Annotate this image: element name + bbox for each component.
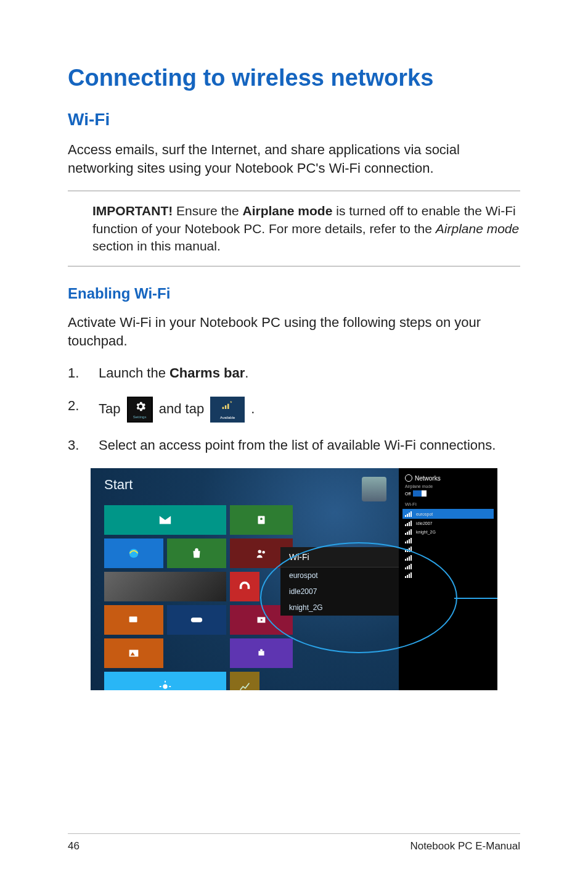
available-icon-label: Available [210, 415, 245, 420]
signal-bars-icon [405, 511, 412, 517]
wifi-ssid: eurospot [289, 571, 318, 580]
wifi-section-label: Wi-Fi [405, 501, 491, 507]
wifi-selection-screenshot: Start Wi-Fi eurospot [91, 468, 497, 690]
callout-frag: Ensure the [173, 204, 242, 218]
messaging-tile [104, 605, 163, 635]
doc-title: Notebook PC E-Manual [410, 840, 520, 852]
ie-tile [104, 538, 163, 568]
mail-tile [104, 505, 226, 535]
settings-icon-label: Settings [128, 415, 152, 419]
empty-tile [167, 638, 226, 668]
network-row [405, 553, 491, 562]
start-tiles [104, 505, 293, 690]
people-tile [230, 505, 293, 535]
signal-bars-icon [405, 546, 412, 552]
network-row [405, 571, 491, 579]
step-2: Tap Settings and tap * Available . [68, 397, 520, 423]
network-ssid: idle2007 [416, 521, 432, 526]
user-avatar [362, 477, 386, 501]
network-row-selected: eurospot [402, 509, 494, 519]
svg-rect-2 [227, 403, 229, 408]
important-callout: IMPORTANT! Ensure the Airplane mode is t… [68, 191, 520, 266]
networks-header: Networks [405, 474, 491, 482]
callout-frag: section in this manual. [92, 239, 221, 253]
svg-rect-12 [129, 650, 139, 657]
desktop-tile [104, 572, 226, 601]
callout-label: IMPORTANT! [92, 204, 173, 218]
networks-panel: Networks Airplane mode Off Wi-Fi eurospo… [399, 468, 497, 690]
available-network-icon: * Available [210, 397, 245, 423]
step-1: Launch the Charms bar. [68, 364, 520, 383]
weather-tile [104, 672, 226, 690]
signal-bars-icon [405, 572, 412, 578]
finance-tile [230, 672, 259, 690]
callout-term-bold: Airplane mode [243, 204, 333, 218]
signal-bars-icon [405, 529, 412, 535]
svg-point-8 [262, 551, 265, 554]
callout-term-italic: Airplane mode [436, 221, 519, 236]
intro-paragraph: Access emails, surf the Internet, and sh… [68, 141, 520, 177]
page-title: Connecting to wireless networks [68, 65, 520, 91]
network-row [405, 545, 491, 553]
airplane-state: Off [405, 492, 410, 496]
svg-point-16 [163, 685, 167, 689]
section-intro: Activate Wi-Fi in your Notebook PC using… [68, 313, 520, 350]
wifi-ssid: knight_2G [289, 603, 323, 612]
svg-point-6 [129, 549, 139, 558]
travel-tile [230, 638, 293, 668]
step-frag: Launch the [99, 365, 169, 381]
network-row: knight_2G [405, 527, 491, 536]
signal-bars-icon [405, 537, 412, 543]
signal-bars-icon [405, 555, 412, 561]
page-number: 46 [68, 840, 80, 852]
signal-bars-icon [405, 520, 412, 526]
page-footer: 46 Notebook PC E-Manual [68, 833, 520, 852]
svg-point-5 [260, 518, 263, 521]
svg-text:*: * [230, 400, 232, 406]
settings-charm-icon: Settings [127, 397, 153, 423]
step-frag: and tap [159, 400, 208, 416]
signal-bars-icon [405, 563, 412, 569]
empty-tile [263, 672, 293, 690]
airplane-toggle: Off [405, 490, 491, 497]
svg-rect-0 [223, 406, 224, 408]
svg-rect-15 [260, 650, 263, 651]
svg-point-7 [258, 550, 262, 554]
wifi-ssid: idle2007 [289, 587, 317, 596]
store-tile [167, 538, 226, 568]
step-bold: Charms bar [169, 365, 245, 381]
network-row: idle2007 [405, 519, 491, 527]
photos-tile [104, 638, 163, 668]
airplane-mode-label: Airplane mode [405, 484, 491, 489]
callout-text: IMPORTANT! Ensure the Airplane mode is t… [92, 202, 520, 255]
network-row [405, 536, 491, 545]
games-tile [167, 605, 226, 635]
network-row [405, 562, 491, 571]
step-frag: . [245, 365, 248, 381]
step-frag: Tap [99, 400, 125, 416]
start-screen-label: Start [104, 477, 133, 493]
svg-rect-9 [129, 617, 137, 622]
step-frag: . [251, 400, 255, 416]
svg-rect-14 [258, 651, 264, 656]
network-ssid: knight_2G [416, 530, 436, 534]
svg-rect-1 [225, 405, 227, 409]
step-3: Select an access point from the list of … [68, 436, 520, 455]
network-ssid: eurospot [416, 512, 433, 516]
toggle-switch-icon [413, 490, 427, 497]
music-tile [230, 572, 259, 601]
subsection-title: Wi-Fi [68, 110, 520, 130]
section-heading: Enabling Wi-Fi [68, 285, 520, 302]
steps-list: Launch the Charms bar. Tap Settings and … [68, 364, 520, 455]
